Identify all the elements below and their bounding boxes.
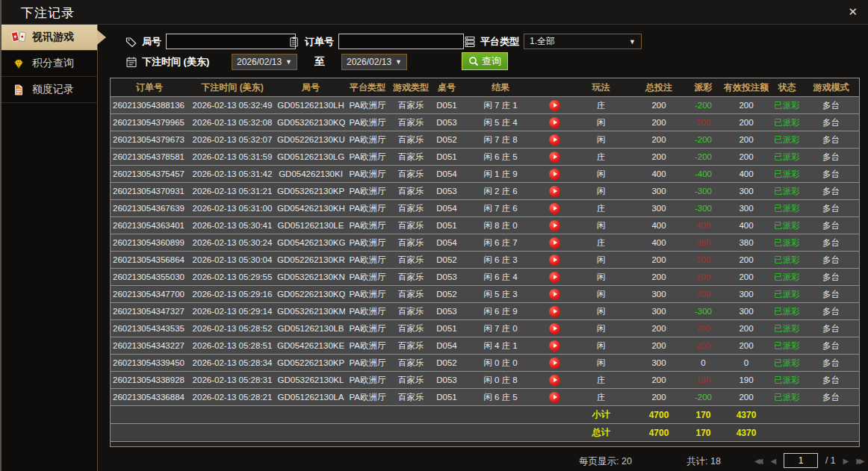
play-video-icon[interactable] (549, 169, 560, 180)
cell-status: 已派彩 (771, 217, 803, 234)
col-table-no: 桌号 (432, 78, 462, 97)
sidebar-item-video-games[interactable]: 视讯游戏 (1, 25, 97, 51)
table-row[interactable]: 260213054370931 2026-02-13 05:31:21 GD05… (111, 183, 859, 200)
table-row[interactable]: 260213054336884 2026-02-13 05:28:21 GD05… (111, 389, 859, 406)
gem-icon (11, 57, 26, 70)
total-count-label: 共计: 18 (686, 455, 721, 468)
play-video-icon[interactable] (549, 392, 560, 403)
cell-replay (539, 252, 569, 269)
cell-bet-on: 庄 (569, 372, 633, 389)
play-video-icon[interactable] (549, 358, 560, 369)
cell-bet-on: 闲 (569, 252, 633, 269)
window-title: 下注记录 (21, 4, 75, 22)
play-video-icon[interactable] (549, 289, 560, 300)
play-video-icon[interactable] (549, 152, 560, 163)
cell-total-bet: 400 (633, 166, 685, 183)
table-row[interactable]: 260213054360899 2026-02-13 05:30:24 GD05… (111, 234, 859, 252)
table-row[interactable]: 260213054338928 2026-02-13 05:28:31 GD05… (111, 372, 859, 389)
table-row[interactable]: 260213054367639 2026-02-13 05:31:00 GD05… (111, 200, 859, 217)
page-number-input[interactable] (784, 453, 818, 468)
cell-round: GD054262130KH (276, 200, 345, 217)
col-payout: 派彩 (685, 78, 722, 97)
cell-table-no: D051 (432, 320, 462, 337)
table-row[interactable]: 260213054347700 2026-02-13 05:29:16 GD05… (111, 286, 859, 303)
cell-game-mode: 多台 (803, 286, 859, 303)
cell-round: GD052262130KU (276, 131, 345, 149)
col-game-type: 游戏类型 (390, 78, 432, 97)
cell-round: GD053262130KN (276, 269, 345, 286)
next-page-icon[interactable]: ▶ (843, 457, 849, 465)
cell-result: 闲 0 庄 8 (462, 372, 539, 389)
cell-order-id: 260213054378581 (111, 149, 188, 166)
last-page-icon[interactable]: ▶▶ (856, 457, 861, 465)
play-video-icon[interactable] (549, 237, 560, 249)
table-row[interactable]: 260213054378581 2026-02-13 05:31:59 GD05… (111, 149, 859, 166)
cell-game-type: 百家乐 (390, 166, 432, 183)
to-label: 至 (314, 55, 325, 69)
table-row[interactable]: 260213054355030 2026-02-13 05:29:55 GD05… (111, 269, 859, 286)
cell-bet-time: 2026-02-13 05:29:55 (188, 269, 276, 286)
play-video-icon[interactable] (549, 255, 560, 266)
play-video-icon[interactable] (549, 323, 560, 334)
cell-platform: PA欧洲厅 (345, 217, 390, 234)
round-number-input[interactable] (166, 34, 296, 49)
grand-total-payout: 170 (685, 424, 722, 442)
sidebar-item-points-query[interactable]: 积分查询 (1, 51, 97, 77)
table-row[interactable]: 260213054375457 2026-02-13 05:31:42 GD05… (111, 166, 859, 183)
col-total-bet: 总投注 (633, 78, 685, 97)
table-row[interactable]: 260213054379965 2026-02-13 05:32:08 GD05… (111, 114, 859, 131)
cell-game-mode: 多台 (803, 389, 859, 406)
play-video-icon[interactable] (549, 100, 560, 111)
search-button[interactable]: 查询 (462, 52, 508, 70)
subtotal-row: 小计 4700 170 4370 (111, 406, 859, 424)
cell-game-type: 百家乐 (390, 303, 432, 320)
play-video-icon[interactable] (549, 375, 560, 386)
platform-type-select[interactable]: 1.全部 ▼ (524, 34, 642, 49)
cell-bet-time: 2026-02-13 05:32:07 (188, 131, 276, 149)
cell-platform: PA欧洲厅 (345, 183, 390, 200)
table-row[interactable]: 260213054363401 2026-02-13 05:30:41 GD05… (111, 217, 859, 234)
cell-total-bet: 300 (633, 355, 685, 372)
cell-platform: PA欧洲厅 (345, 131, 390, 149)
col-order-id: 订单号 (111, 78, 188, 97)
first-page-icon[interactable]: ◀◀ (754, 457, 760, 465)
play-video-icon[interactable] (549, 117, 560, 128)
cell-order-id: 260213054370931 (111, 183, 188, 200)
grand-total-label: 总计 (569, 424, 633, 442)
table-row[interactable]: 260213054339450 2026-02-13 05:28:34 GD05… (111, 355, 859, 372)
date-from-select[interactable]: 2026/02/13 ▼ (232, 54, 297, 70)
cell-total-bet: 200 (633, 337, 685, 355)
close-icon[interactable]: ✕ (848, 5, 858, 19)
betting-records-window: 下注记录 ✕ 视讯游戏 积分查询 (0, 0, 868, 471)
cell-payout: 300 (685, 286, 722, 303)
play-video-icon[interactable] (549, 134, 560, 146)
cell-replay (539, 389, 569, 406)
table-row[interactable]: 260213054356864 2026-02-13 05:30:04 GD05… (111, 252, 859, 269)
play-video-icon[interactable] (549, 186, 560, 197)
cell-bet-on: 闲 (569, 286, 633, 303)
cell-result: 闲 6 庄 5 (462, 149, 539, 166)
cell-result: 闲 7 庄 1 (462, 97, 539, 114)
cell-payout: -200 (685, 131, 722, 149)
cell-status: 已派彩 (771, 149, 803, 166)
play-video-icon[interactable] (549, 272, 560, 283)
prev-page-icon[interactable]: ◀ (770, 457, 776, 465)
table-row[interactable]: 260213054347327 2026-02-13 05:29:14 GD05… (111, 303, 859, 320)
cell-order-id: 260213054343535 (111, 320, 188, 337)
table-row[interactable]: 260213054343535 2026-02-13 05:28:52 GD05… (111, 320, 859, 337)
table-row[interactable]: 260213054388136 2026-02-13 05:32:49 GD05… (111, 97, 859, 114)
play-video-icon[interactable] (549, 220, 560, 231)
cell-round: GD053262130KM (276, 303, 345, 320)
play-video-icon[interactable] (549, 306, 560, 317)
play-video-icon[interactable] (549, 203, 560, 214)
table-row[interactable]: 260213054343227 2026-02-13 05:28:51 GD05… (111, 337, 859, 355)
cell-game-type: 百家乐 (390, 286, 432, 303)
table-row[interactable]: 260213054379673 2026-02-13 05:32:07 GD05… (111, 131, 859, 149)
date-to-select[interactable]: 2026/02/13 ▼ (341, 54, 407, 70)
order-number-input[interactable] (338, 34, 464, 49)
sidebar-item-quota-records[interactable]: 额度记录 (1, 77, 97, 103)
cell-result: 闲 8 庄 0 (462, 217, 539, 234)
subtotal-total-bet: 4700 (633, 406, 685, 424)
play-video-icon[interactable] (549, 340, 560, 352)
titlebar: 下注记录 ✕ (1, 0, 868, 25)
